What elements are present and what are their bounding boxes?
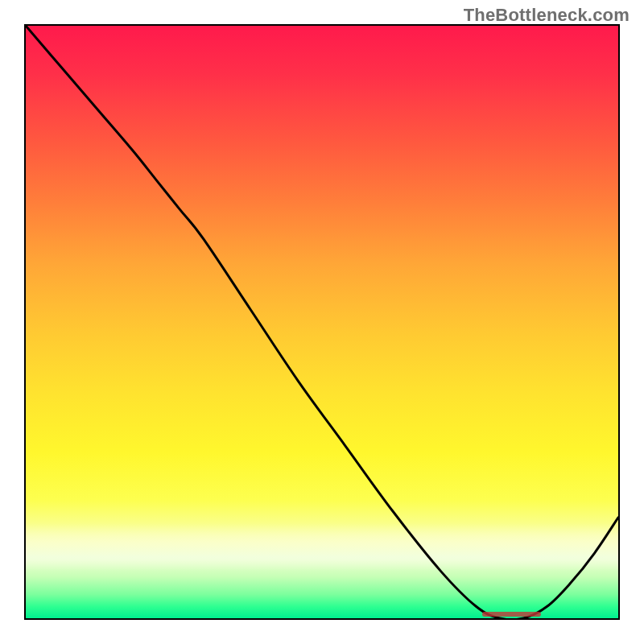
chart-container: TheBottleneck.com: [0, 0, 644, 644]
optimal-range-marker: [482, 612, 542, 617]
bottleneck-curve: [26, 26, 618, 618]
attribution-label: TheBottleneck.com: [464, 5, 630, 26]
plot-area: [24, 24, 620, 620]
